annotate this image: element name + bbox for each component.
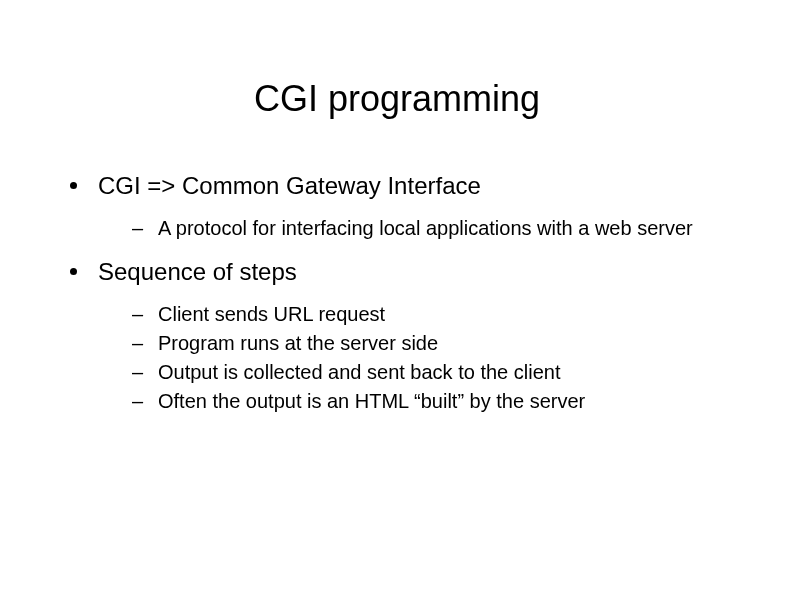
slide-content: CGI => Common Gateway Interface A protoc… xyxy=(0,170,794,415)
list-item-text: Sequence of steps xyxy=(98,258,297,285)
list-item: Sequence of steps Client sends URL reque… xyxy=(70,256,734,415)
sub-list-item: Often the output is an HTML “built” by t… xyxy=(110,388,734,415)
slide: CGI programming CGI => Common Gateway In… xyxy=(0,0,794,595)
sub-list-item: Program runs at the server side xyxy=(110,330,734,357)
sub-list-item: Client sends URL request xyxy=(110,301,734,328)
list-item-text: CGI => Common Gateway Interface xyxy=(98,172,481,199)
sub-list-item: Output is collected and sent back to the… xyxy=(110,359,734,386)
sub-list: A protocol for interfacing local applica… xyxy=(98,215,734,242)
sub-list-item: A protocol for interfacing local applica… xyxy=(110,215,734,242)
slide-title: CGI programming xyxy=(0,0,794,170)
list-item: CGI => Common Gateway Interface A protoc… xyxy=(70,170,734,242)
bullet-list: CGI => Common Gateway Interface A protoc… xyxy=(70,170,734,415)
sub-list: Client sends URL request Program runs at… xyxy=(98,301,734,415)
